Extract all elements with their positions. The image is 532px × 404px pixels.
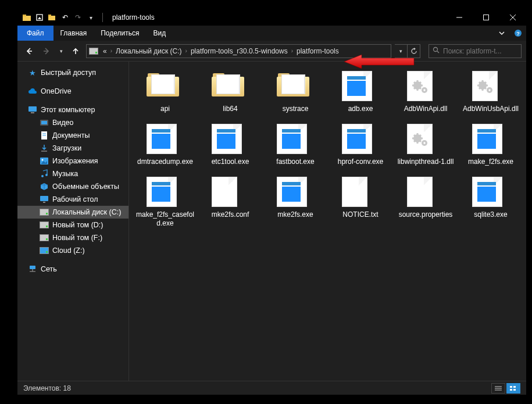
svg-rect-1 [23,15,26,16]
ribbon-tab-share[interactable]: Поделиться [94,26,146,41]
svg-rect-19 [41,121,47,124]
icons-view-button[interactable] [506,383,520,394]
tree-item[interactable]: Документы [17,129,128,142]
search-icon [433,47,440,55]
close-button[interactable] [499,9,526,26]
qat-properties-icon[interactable] [35,13,44,22]
nav-history-button[interactable]: ▾ [57,44,65,58]
tree-item[interactable]: Объемные объекты [17,180,128,193]
svg-rect-62 [510,389,512,391]
file-item[interactable]: dmtracedump.exe [135,124,195,166]
svg-line-15 [437,51,439,53]
svg-rect-28 [40,196,48,201]
tree-label: Загрузки [52,144,81,152]
ribbon-collapse-button[interactable] [494,26,510,41]
file-label: AdbWinApi.dll [404,105,448,113]
tree-network[interactable]: Сеть [17,263,128,276]
file-label: etc1tool.exe [212,158,249,166]
ribbon-tab-view[interactable]: Вид [146,26,173,41]
tree-item[interactable]: Рабочий стол [17,193,128,206]
address-bar[interactable]: « › Локальный диск (C:) › platform-tools… [86,44,391,58]
nav-back-button[interactable] [22,44,36,58]
breadcrumb-overflow[interactable]: « [101,47,109,55]
details-view-button[interactable] [491,383,505,394]
file-item[interactable]: fastboot.exe [265,124,326,166]
file-label: mke2fs.conf [212,210,249,219]
breadcrumb-part-0[interactable]: Локальный диск (C:) [113,47,184,55]
tree-item[interactable]: Музыка [17,167,128,180]
file-label: mke2fs.exe [277,210,313,219]
drive-icon [89,47,98,56]
chevron-right-icon[interactable]: › [184,48,188,54]
tree-item[interactable]: Изображения [17,155,128,167]
ribbon-file-tab[interactable]: Файл [17,26,53,41]
nav-tree[interactable]: ★ Быстрый доступ OneDrive Этот компьютер… [17,62,129,381]
tree-item[interactable]: Локальный диск (C:) [17,206,128,219]
tree-item[interactable]: Новый том (F:) [17,231,128,244]
file-item[interactable]: NOTICE.txt [330,177,391,228]
tree-label: Этот компьютер [41,106,95,114]
file-item[interactable]: api [135,71,195,113]
file-item[interactable]: source.properties [395,177,456,228]
qat-redo-icon[interactable]: ↷ [73,13,83,22]
breadcrumb-part-1[interactable]: platform-tools_r30.0.5-windows [188,47,290,55]
maximize-button[interactable] [473,9,499,26]
ribbon-tab-home[interactable]: Главная [53,26,94,41]
breadcrumb-part-2[interactable]: platform-tools [294,47,341,55]
app-icon [212,124,249,154]
chevron-right-icon[interactable]: › [109,48,113,54]
qat-newfolder-icon[interactable] [48,13,57,22]
folder-icon [277,71,314,101]
tree-label: Локальный диск (C:) [52,208,121,216]
tree-label: Сеть [41,265,57,273]
minimize-button[interactable] [446,9,473,26]
tree-this-pc[interactable]: Этот компьютер [17,103,128,116]
tree-label: Новый том (F:) [52,234,102,242]
file-item[interactable]: hprof-conv.exe [330,124,391,166]
tree-quick-access[interactable]: ★ Быстрый доступ [17,66,128,79]
window-title: platform-tools [112,13,155,22]
file-item[interactable]: etc1tool.exe [200,124,260,166]
file-label: AdbWinUsbApi.dll [463,105,519,113]
folder-icon [147,71,184,101]
file-item[interactable]: mke2fs.exe [265,177,326,228]
file-item[interactable]: adb.exe [330,71,391,113]
chevron-right-icon[interactable]: › [290,48,294,54]
file-item[interactable]: AdbWinApi.dll [395,71,456,113]
tree-label: Новый том (D:) [52,221,103,229]
qat-dropdown-icon[interactable]: ▾ [86,13,95,22]
file-item[interactable]: AdbWinUsbApi.dll [460,71,521,113]
file-item[interactable]: make_f2fs_casefold.exe [135,177,195,228]
help-icon[interactable]: ? [510,26,526,41]
file-item[interactable]: lib64 [200,71,260,113]
titlebar: ↶ ↷ ▾ platform-tools [17,9,526,26]
desktop-icon [40,195,49,204]
search-input[interactable]: Поиск: platform-t... [429,44,522,58]
qat-undo-icon[interactable]: ↶ [60,13,70,22]
tree-item[interactable]: Видео [17,116,128,129]
tree-onedrive[interactable]: OneDrive [17,85,128,98]
nav-forward-button[interactable] [40,44,53,58]
tree-item[interactable]: Cloud (Z:) [17,244,128,257]
app-icon [147,124,184,154]
app-icon [342,124,379,154]
file-item[interactable]: systrace [265,71,326,113]
tree-label: Музыка [52,170,78,178]
svg-rect-29 [43,202,45,203]
file-item[interactable]: libwinpthread-1.dll [395,124,456,166]
file-item[interactable]: sqlite3.exe [460,177,521,228]
tree-label: Cloud (Z:) [52,246,85,255]
file-list[interactable]: apilib64systraceadb.exeAdbWinApi.dllAdbW… [129,62,526,381]
download-icon [40,144,49,153]
file-label: sqlite3.exe [474,210,507,219]
svg-rect-0 [23,16,31,21]
svg-rect-3 [48,16,55,20]
address-dropdown-button[interactable]: ▾ [395,44,408,58]
nav-up-button[interactable] [69,44,83,58]
tree-item[interactable]: Загрузки [17,142,128,155]
file-item[interactable]: mke2fs.conf [200,177,260,228]
tree-item[interactable]: Новый том (D:) [17,219,128,231]
3d-icon [40,182,49,191]
refresh-button[interactable] [408,44,420,58]
file-item[interactable]: make_f2fs.exe [460,124,521,166]
